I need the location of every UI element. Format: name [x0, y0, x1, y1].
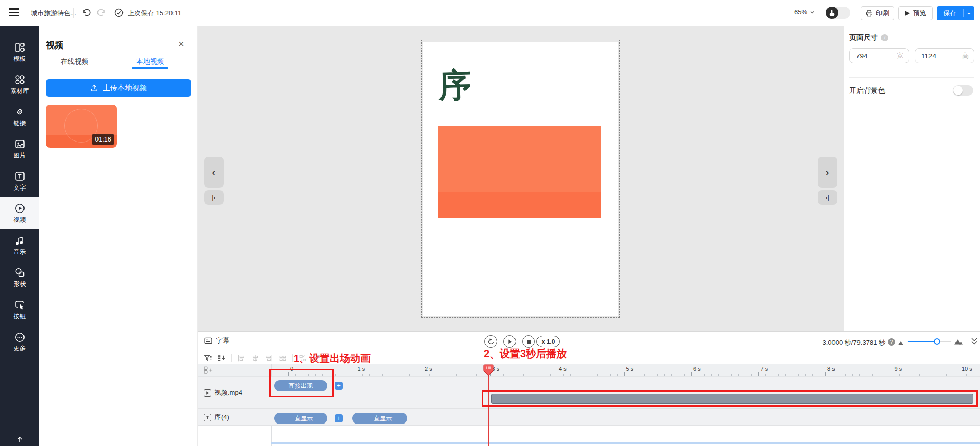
video-duration-badge: 01:16 [92, 134, 114, 145]
timeline-zoom-slider[interactable] [908, 341, 951, 342]
page-height-input[interactable]: 1124 高 [915, 48, 974, 63]
restart-icon [487, 338, 495, 345]
animation-chip-always-show-1[interactable]: 一直显示 [274, 413, 327, 424]
next-page-button[interactable]: › [818, 157, 837, 188]
sidebar-item-text[interactable]: 文字 [0, 165, 39, 197]
ruler-tick [577, 374, 577, 376]
add-track-icon[interactable] [204, 366, 213, 374]
ruler-tick [805, 374, 806, 376]
sidebar-item-more[interactable]: 更多 [0, 325, 39, 358]
ruler-tick [657, 374, 658, 376]
zoom-select[interactable]: 65% [794, 8, 815, 16]
filter-icon[interactable] [204, 354, 212, 362]
ruler-tick [517, 374, 517, 376]
prev-page-button[interactable]: ‹ [204, 157, 224, 188]
ruler-tick [765, 374, 766, 376]
app-window: 城市旅游特色... 上次保存 15:20:11 65% 印刷 预览 [0, 0, 980, 446]
background-color-toggle[interactable] [953, 85, 973, 96]
ruler-tick [819, 374, 819, 376]
play-button[interactable] [503, 335, 516, 348]
ruler-tick [476, 374, 477, 376]
sidebar-item-links[interactable]: 链接 [0, 100, 39, 132]
page-title-character[interactable]: 序 [438, 63, 472, 108]
sidebar-item-templates[interactable]: 模板 [0, 36, 39, 68]
ruler-tick [839, 374, 839, 376]
print-button[interactable]: 印刷 [861, 6, 894, 20]
align-left-icon[interactable] [237, 354, 246, 362]
save-dropdown[interactable] [964, 11, 974, 16]
ruler-tick [785, 374, 786, 376]
sidebar-item-upload-partial[interactable] [0, 429, 39, 446]
ruler-tick [644, 374, 645, 376]
ruler-tick [966, 374, 967, 376]
zoom-out-timeline-icon[interactable] [898, 341, 904, 345]
ruler-tick [684, 374, 685, 376]
sidebar-item-shapes[interactable]: 形状 [0, 261, 39, 293]
stop-button[interactable] [522, 335, 535, 348]
slider-knob[interactable] [934, 338, 940, 345]
text-icon [14, 171, 26, 182]
printer-icon [866, 10, 873, 17]
ruler-tick [356, 372, 356, 376]
video-placeholder-rect[interactable] [438, 126, 601, 218]
playhead-pin[interactable] [483, 364, 494, 377]
divider [849, 77, 974, 78]
add-animation-button[interactable]: + [335, 382, 343, 390]
ruler-tick [624, 372, 625, 376]
hamburger-menu-icon[interactable] [9, 8, 19, 16]
undo-icon[interactable] [81, 8, 91, 18]
page[interactable]: 序 [423, 42, 618, 316]
video-thumbnail[interactable]: 01:16 [46, 105, 117, 148]
play-icon [904, 10, 910, 16]
last-page-button[interactable]: ›| [818, 190, 837, 205]
batch-edit-icon[interactable] [217, 354, 226, 362]
help-icon[interactable]: ? [888, 338, 895, 346]
align-justify-icon[interactable] [279, 354, 287, 362]
ruler-tick [913, 374, 913, 376]
zoom-in-timeline-icon[interactable] [954, 338, 963, 345]
tab-local-video[interactable]: 本地视频 [136, 57, 164, 66]
align-right-icon[interactable] [265, 354, 273, 362]
info-icon[interactable]: i [881, 34, 888, 41]
redo-icon[interactable] [97, 8, 107, 18]
sidebar-item-video[interactable]: 视频 [0, 197, 39, 229]
mode-toggle[interactable] [826, 7, 850, 19]
ruler-tick [557, 372, 557, 376]
ruler-tick [456, 374, 457, 376]
sidebar-item-buttons[interactable]: 按钮 [0, 293, 39, 325]
align-center-icon[interactable] [251, 354, 259, 362]
ruler-tick [564, 374, 564, 376]
active-tab-underline [132, 67, 168, 69]
ruler-tick [443, 374, 443, 376]
ruler-tick [369, 374, 370, 376]
sidebar-item-assets[interactable]: 素材库 [0, 68, 39, 100]
document-title[interactable]: 城市旅游特色... [31, 9, 76, 18]
ruler-tick [631, 374, 631, 376]
ruler-tick [745, 374, 745, 376]
sidebar-item-music[interactable]: 音乐 [0, 229, 39, 261]
sidebar-item-images[interactable]: 图片 [0, 132, 39, 165]
ruler-tick [711, 374, 712, 376]
tab-online-video[interactable]: 在线视频 [61, 57, 88, 66]
timeline-scrollbar[interactable] [271, 442, 980, 444]
close-icon[interactable]: × [178, 39, 184, 49]
ruler-tick [537, 374, 537, 376]
page-width-input[interactable]: 794 宽 [849, 48, 909, 63]
ruler-tick [544, 374, 544, 376]
preview-button[interactable]: 预览 [898, 6, 933, 20]
annotation-step2-rect [482, 390, 978, 407]
timeline-header-bar: 字幕 x 1.0 3.0000 秒/79.3781 秒 ? [198, 331, 980, 351]
ruler-tick [362, 374, 363, 376]
ruler-tick [872, 374, 873, 376]
ruler-tick [396, 374, 396, 376]
subtitle-section[interactable]: 字幕 [204, 336, 230, 345]
collapse-timeline-icon[interactable] [970, 337, 978, 346]
restart-button[interactable] [484, 335, 497, 348]
add-animation-button-2[interactable]: + [335, 414, 343, 422]
upload-local-video-button[interactable]: 上传本地视频 [46, 79, 191, 97]
ruler-tick [510, 374, 510, 376]
animation-chip-always-show-2[interactable]: 一直显示 [352, 413, 407, 424]
first-page-button[interactable]: |‹ [204, 190, 224, 205]
playback-speed[interactable]: x 1.0 [536, 336, 560, 347]
save-button[interactable]: 保存 [937, 6, 974, 20]
